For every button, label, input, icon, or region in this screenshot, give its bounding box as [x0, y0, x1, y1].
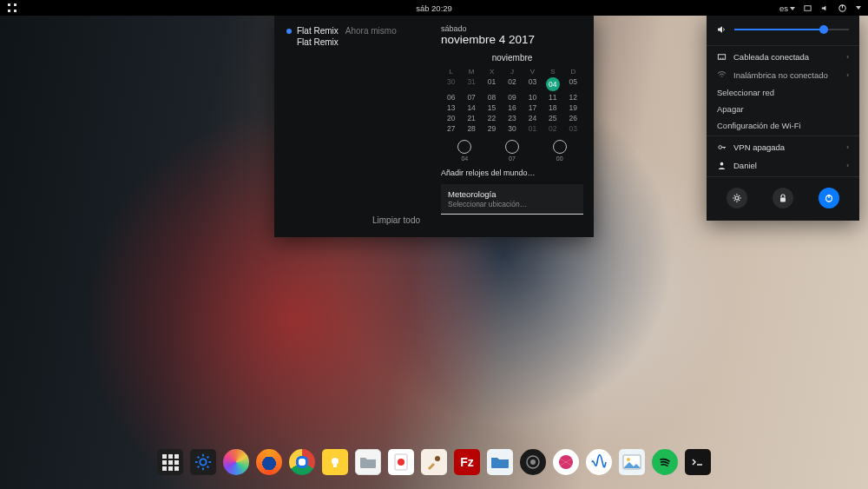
notification-item[interactable]: Flat Remix: [297, 37, 422, 47]
activities-icon[interactable]: [7, 3, 17, 13]
dock-obs[interactable]: [520, 449, 546, 475]
dock-docs[interactable]: [388, 449, 414, 475]
dock-filemanager[interactable]: [487, 449, 513, 475]
calendar-day[interactable]: 20: [441, 114, 461, 122]
chevron-right-icon: ›: [846, 53, 849, 61]
power-button[interactable]: [819, 188, 839, 208]
clear-all-button[interactable]: Limpiar todo: [372, 210, 422, 228]
calendar-day[interactable]: 19: [563, 103, 583, 112]
calendar-day[interactable]: 09: [502, 93, 522, 102]
wifi-settings-item[interactable]: Configuración de Wi-Fi: [707, 117, 859, 134]
calendar-day[interactable]: 07: [461, 93, 481, 102]
dock-lollypop[interactable]: [553, 449, 579, 475]
calendar-day[interactable]: 02: [502, 77, 522, 91]
dock-audio[interactable]: [586, 449, 612, 475]
calendar-day[interactable]: 04: [542, 77, 562, 91]
lock-button[interactable]: [773, 188, 793, 208]
world-clock[interactable]: 00: [553, 140, 567, 162]
calendar-day[interactable]: 15: [482, 103, 502, 112]
calendar-day[interactable]: 29: [482, 124, 502, 133]
power-icon[interactable]: [837, 3, 847, 13]
volume-icon: [717, 24, 727, 35]
calendar-day[interactable]: 05: [563, 77, 583, 91]
calendar-day[interactable]: 16: [502, 103, 522, 112]
power-off-item[interactable]: Apagar: [707, 101, 859, 117]
calendar-day[interactable]: 26: [563, 114, 583, 122]
chevron-down-icon[interactable]: [856, 6, 861, 10]
vpn-item[interactable]: VPN apagada ›: [707, 138, 859, 156]
key-icon: [717, 142, 727, 152]
wifi-icon: [717, 70, 727, 80]
svg-line-18: [739, 200, 740, 201]
dock-firefox[interactable]: [256, 449, 282, 475]
calendar-day-other[interactable]: 02: [542, 124, 562, 133]
calendar-day[interactable]: 06: [441, 93, 461, 102]
calendar-day-other[interactable]: 01: [523, 124, 542, 133]
calendar-day[interactable]: 03: [523, 77, 542, 91]
spotify-icon: [658, 455, 672, 469]
dock-builder[interactable]: [421, 449, 447, 475]
dock-files[interactable]: [355, 449, 381, 475]
calendar-day[interactable]: 08: [482, 93, 502, 102]
settings-button[interactable]: [727, 188, 747, 208]
calendar-day[interactable]: 23: [502, 114, 522, 122]
calendar-day[interactable]: 22: [482, 114, 502, 122]
calendar-day[interactable]: 28: [461, 124, 481, 133]
svg-line-30: [207, 466, 209, 468]
calendar-dow: D: [563, 68, 583, 76]
volume-icon[interactable]: [819, 3, 830, 13]
clock-label[interactable]: sáb 20:29: [416, 3, 452, 13]
calendar-day[interactable]: 17: [523, 103, 542, 112]
calendar-day[interactable]: 18: [542, 103, 562, 112]
svg-point-39: [530, 459, 536, 465]
dock-spotify[interactable]: [652, 449, 678, 475]
world-clock[interactable]: 04: [457, 140, 471, 162]
user-icon: [717, 161, 727, 170]
wifi-item[interactable]: Inalámbrica no conectado ›: [707, 66, 859, 84]
volume-row: [707, 24, 859, 43]
svg-line-32: [207, 457, 209, 459]
clock-icon: [553, 140, 567, 154]
keyboard-layout-indicator[interactable]: es: [779, 3, 795, 13]
calendar-month[interactable]: noviembre: [441, 53, 583, 63]
wifi-label: Inalámbrica no conectado: [733, 70, 828, 80]
svg-rect-7: [718, 55, 725, 60]
dock-terminal[interactable]: [685, 449, 711, 475]
calendar-day[interactable]: 10: [523, 93, 542, 102]
weather-card[interactable]: Meteorología Seleccionar ubicación…: [441, 184, 583, 215]
calendar-day[interactable]: 24: [523, 114, 542, 122]
world-clock[interactable]: 07: [505, 140, 519, 162]
dock-filezilla[interactable]: Fz: [454, 449, 480, 475]
calendar-day[interactable]: 01: [482, 77, 502, 91]
dock-apps-button[interactable]: [157, 449, 183, 475]
wired-network-item[interactable]: Cableada conectada ›: [707, 48, 859, 66]
dock-chrome[interactable]: [289, 449, 315, 475]
apps-grid-icon: [162, 454, 179, 471]
ethernet-icon: [717, 52, 727, 62]
notification-item[interactable]: Flat Remix Ahora mismo: [286, 26, 422, 36]
dock-settings[interactable]: [190, 449, 216, 475]
dock-notes[interactable]: [322, 449, 348, 475]
svg-rect-8: [720, 57, 721, 59]
calendar-grid[interactable]: LMXJVSD303101020304050607080910111213141…: [441, 68, 583, 133]
svg-point-10: [719, 146, 722, 149]
network-icon[interactable]: [802, 3, 812, 13]
calendar-day[interactable]: 27: [441, 124, 461, 133]
calendar-day-other[interactable]: 03: [563, 124, 583, 133]
calendar-day[interactable]: 13: [441, 103, 461, 112]
user-item[interactable]: Daniel ›: [707, 156, 859, 175]
select-network-item[interactable]: Seleccionar red: [707, 84, 859, 101]
volume-slider[interactable]: [734, 29, 849, 30]
calendar-day[interactable]: 30: [502, 124, 522, 133]
calendar-day-other[interactable]: 30: [441, 77, 461, 91]
dock-color[interactable]: [223, 449, 249, 475]
calendar-day[interactable]: 12: [563, 93, 583, 102]
dock-gallery[interactable]: [619, 449, 645, 475]
calendar-day[interactable]: 21: [461, 114, 481, 122]
calendar-day-other[interactable]: 31: [461, 77, 481, 91]
add-world-clocks-button[interactable]: Añadir relojes del mundo…: [441, 169, 583, 177]
calendar-day[interactable]: 11: [542, 93, 562, 102]
calendar-day[interactable]: 25: [542, 114, 562, 122]
calendar-day[interactable]: 14: [461, 103, 481, 112]
svg-point-33: [332, 458, 339, 465]
